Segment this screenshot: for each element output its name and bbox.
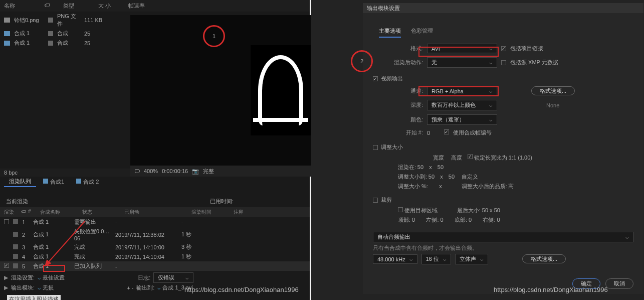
output-module-dialog-screenshot: 输出模块设置 主要选项 色彩管理 格式: AVI 包括项目链接 渲染后动作: 无… bbox=[311, 0, 644, 300]
project-footer: 8 bpc bbox=[0, 169, 130, 177]
tab-render-queue[interactable]: 渲染队列 bbox=[4, 177, 36, 187]
audio-stereo-dropdown[interactable]: 立体声 bbox=[455, 254, 488, 264]
include-link-checkbox[interactable] bbox=[501, 46, 506, 51]
label-icon bbox=[48, 18, 53, 23]
queue-item[interactable]: 3合成 1完成2019/7/11, 14:10:003 秒 bbox=[0, 242, 310, 252]
label-icon bbox=[48, 41, 53, 46]
timecode[interactable]: 0:00:00:16 bbox=[162, 168, 188, 174]
after-effects-main: 名称 🏷 类型 大 小 帧速率 铃铛0.png PNG 文件 111 KB 合成… bbox=[0, 0, 310, 300]
png-icon bbox=[4, 18, 10, 23]
zoom-dropdown[interactable]: 400% bbox=[144, 168, 158, 174]
postaction-label: 渲染后动作: bbox=[393, 59, 423, 66]
dialog-tabs: 主要选项 色彩管理 bbox=[373, 23, 633, 42]
highlight-box-channel bbox=[418, 86, 499, 96]
resize-checkbox[interactable] bbox=[373, 145, 378, 150]
render-queue-panel: 当前渲染 已用时间: 渲染 🏷 # 合成名称 状态 已启动 渲染时间 注释 1合… bbox=[0, 196, 310, 293]
col-name[interactable]: 名称 bbox=[4, 2, 34, 10]
screen-icon[interactable]: 🖵 bbox=[134, 168, 140, 174]
dialog-titlebar: 输出模块设置 bbox=[363, 3, 643, 13]
disclosure-triangle[interactable]: ▶ bbox=[4, 284, 8, 291]
bpc-toggle[interactable]: 8 bpc bbox=[4, 170, 18, 176]
render-checkbox[interactable] bbox=[4, 263, 9, 268]
video-output-checkbox[interactable] bbox=[373, 76, 378, 81]
depth-dropdown[interactable]: 数百万种以上颜色 bbox=[427, 100, 497, 110]
include-xmp-checkbox[interactable] bbox=[501, 60, 506, 65]
annotation-marker-2: 2 bbox=[351, 50, 373, 72]
crop-checkbox[interactable] bbox=[373, 198, 378, 203]
tab-main-options[interactable]: 主要选项 bbox=[379, 27, 401, 38]
queue-item[interactable]: 2合成 1失败位置0.0…062019/7/11, 12:38:021 秒 bbox=[0, 227, 310, 242]
tab-color-management[interactable]: 色彩管理 bbox=[411, 27, 433, 38]
resolution-dropdown[interactable]: 完整 bbox=[203, 168, 214, 175]
render-checkbox[interactable] bbox=[4, 219, 9, 224]
dialog-body: 主要选项 色彩管理 格式: AVI 包括项目链接 渲染后动作: 无 包括源 XM… bbox=[363, 13, 643, 294]
render-settings-row: ▶ 渲染设置: ⌵ 最佳设置 日志: 仅错误 bbox=[4, 272, 306, 283]
panel-tabs: 渲染队列 合成1 合成 2 bbox=[0, 177, 310, 187]
color-dropdown[interactable]: 预乘（遮罩） bbox=[427, 114, 497, 125]
current-render-label: 当前渲染 bbox=[6, 198, 210, 205]
preview-controls: 🖵 400% 0:00:00:16 📷 完整 bbox=[130, 166, 311, 177]
col-type[interactable]: 类型 bbox=[63, 2, 88, 10]
disclosure-triangle[interactable]: ▶ bbox=[4, 274, 8, 281]
watermark: https://blog.csdn.net/DongXiaohan1996 bbox=[184, 286, 299, 293]
tab-comp1[interactable]: 合成1 bbox=[38, 177, 69, 187]
watermark: https://blog.csdn.net/DongXiaohan1996 bbox=[494, 286, 608, 293]
queue-item[interactable]: 1合成 1需要输出-- bbox=[0, 217, 310, 227]
output-module-link[interactable]: ⌵ 无损 bbox=[38, 284, 54, 291]
queue-columns: 渲染 🏷 # 合成名称 状态 已启动 渲染时间 注释 bbox=[0, 207, 310, 217]
comp-icon bbox=[4, 31, 10, 36]
audio-mode-dropdown[interactable]: 自动音频输出 bbox=[373, 232, 633, 242]
project-panel-header: 名称 🏷 类型 大 小 帧速率 bbox=[0, 0, 310, 12]
audio-khz-dropdown[interactable]: 48.000 kHz bbox=[373, 254, 417, 264]
preview-image bbox=[251, 45, 311, 135]
render-settings-link[interactable]: ⌵ 最佳设置 bbox=[38, 274, 65, 281]
label-icon bbox=[48, 31, 53, 36]
col-size[interactable]: 大 小 bbox=[98, 2, 118, 10]
tab-comp2[interactable]: 合成 2 bbox=[71, 177, 104, 187]
add-remove-output[interactable]: + - bbox=[127, 285, 133, 291]
annotation-marker-1: 1 bbox=[203, 25, 225, 47]
highlight-box-output-module bbox=[43, 265, 65, 272]
placeholder-text: 在这里插入图片描述 bbox=[7, 295, 61, 300]
elapsed-label: 已用时间: bbox=[210, 198, 234, 205]
postaction-dropdown[interactable]: 无 bbox=[427, 57, 497, 68]
highlight-box-format bbox=[418, 47, 499, 57]
camera-icon[interactable]: 📷 bbox=[192, 168, 199, 175]
use-comp-frame-checkbox[interactable] bbox=[444, 129, 449, 134]
audio-format-options-button[interactable]: 格式选项... bbox=[522, 254, 566, 263]
col-fps[interactable]: 帧速率 bbox=[128, 2, 145, 10]
comp-icon bbox=[4, 41, 10, 46]
cancel-button[interactable]: 取消 bbox=[605, 278, 633, 289]
queue-item[interactable]: 4合成 1完成2019/7/11, 14:10:041 秒 bbox=[0, 252, 310, 261]
audio-bit-dropdown[interactable]: 16 位 bbox=[421, 254, 451, 264]
log-dropdown[interactable]: 仅错误 bbox=[153, 272, 193, 283]
format-options-button[interactable]: 格式选项... bbox=[531, 86, 575, 95]
